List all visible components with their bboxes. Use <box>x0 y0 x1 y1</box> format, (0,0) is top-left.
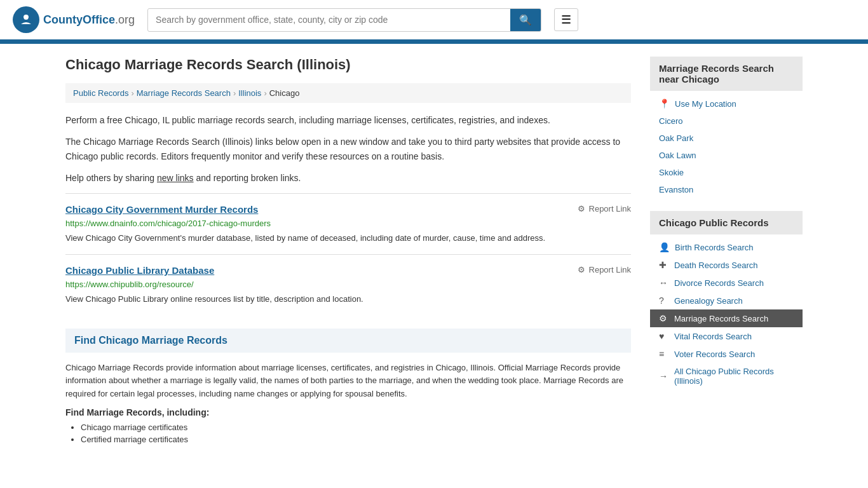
public-records-icon-5: ♥ <box>659 331 669 341</box>
find-list-item: Chicago marriage certificates <box>81 423 631 432</box>
nearby-use-location[interactable]: 📍Use My Location <box>650 95 803 112</box>
nearby-items: 📍Use My LocationCiceroOak ParkOak LawnSk… <box>650 95 803 198</box>
nearby-heading: Marriage Records Search near Chicago <box>650 57 803 91</box>
public-records-item[interactable]: ?Genealogy Search <box>650 292 803 309</box>
public-records-link-7[interactable]: All Chicago Public Records (Illinois) <box>674 367 794 386</box>
main-container: Chicago Marriage Records Search (Illinoi… <box>53 44 815 459</box>
link-card-desc-0: View Chicago City Government's murder da… <box>65 232 631 245</box>
breadcrumb-illinois[interactable]: Illinois <box>238 88 261 98</box>
public-records-icon-7: → <box>659 371 669 381</box>
public-records-item[interactable]: ✚Death Records Search <box>650 256 803 274</box>
public-records-link-0[interactable]: Birth Records Search <box>675 243 754 252</box>
nearby-link-evanston[interactable]: Evanston <box>659 185 693 194</box>
report-icon-0: ⚙ <box>578 204 585 214</box>
public-records-link-3[interactable]: Genealogy Search <box>674 296 743 306</box>
svg-point-1 <box>24 15 29 20</box>
breadcrumb: Public Records › Marriage Records Search… <box>65 83 631 103</box>
intro-para1: Perform a free Chicago, IL public marria… <box>65 113 631 127</box>
link-card-desc-1: View Chicago Public Library online resou… <box>65 293 631 306</box>
logo-text: CountyOffice.org <box>43 13 135 27</box>
report-link-0[interactable]: ⚙ Report Link <box>578 204 631 214</box>
public-records-section: Chicago Public Records 👤Birth Records Se… <box>650 211 803 390</box>
search-input[interactable] <box>148 10 510 30</box>
public-records-item[interactable]: →All Chicago Public Records (Illinois) <box>650 363 803 390</box>
search-bar: 🔍 <box>147 8 541 32</box>
intro-para3: Help others by sharing new links and rep… <box>65 171 631 185</box>
use-location-link[interactable]: Use My Location <box>675 99 736 109</box>
find-list: Chicago marriage certificatesCertified m… <box>65 423 631 444</box>
content-area: Chicago Marriage Records Search (Illinoi… <box>65 57 631 447</box>
link-card: Chicago City Government Murder Records ⚙… <box>65 193 631 255</box>
header: CountyOffice.org 🔍 ☰ <box>0 0 868 41</box>
link-card-title-0[interactable]: Chicago City Government Murder Records <box>65 204 258 215</box>
public-records-link-1[interactable]: Death Records Search <box>674 261 758 270</box>
nearby-link-oak-lawn[interactable]: Oak Lawn <box>659 151 696 160</box>
svg-point-3 <box>29 18 31 20</box>
nearby-link-skokie[interactable]: Skokie <box>659 168 684 177</box>
link-card-url-1: https://www.chipublib.org/resource/ <box>65 280 631 289</box>
nearby-city-link[interactable]: Evanston <box>650 181 803 198</box>
public-records-icon-3: ? <box>659 295 669 306</box>
public-records-link-5[interactable]: Vital Records Search <box>674 332 752 341</box>
public-records-icon-2: ↔ <box>659 278 669 288</box>
public-records-items: 👤Birth Records Search✚Death Records Sear… <box>650 238 803 390</box>
sidebar: Marriage Records Search near Chicago 📍Us… <box>650 57 803 447</box>
new-links-link[interactable]: new links <box>157 173 194 183</box>
find-sub-title: Find Marriage Records, including: <box>65 407 631 417</box>
public-records-link-4[interactable]: Marriage Records Search <box>674 314 768 323</box>
location-pin-icon: 📍 <box>659 98 670 109</box>
public-records-item[interactable]: ♥Vital Records Search <box>650 327 803 345</box>
public-records-link-6[interactable]: Voter Records Search <box>674 349 755 359</box>
link-cards: Chicago City Government Murder Records ⚙… <box>65 193 631 316</box>
public-records-icon-4: ⚙ <box>659 313 669 323</box>
link-card-title-1[interactable]: Chicago Public Library Database <box>65 265 214 276</box>
logo-icon <box>13 6 39 33</box>
find-section-description: Chicago Marriage Records provide informa… <box>65 362 631 401</box>
nearby-city-link[interactable]: Oak Park <box>650 130 803 147</box>
link-card: Chicago Public Library Database ⚙ Report… <box>65 254 631 316</box>
nearby-link-oak-park[interactable]: Oak Park <box>659 133 693 143</box>
public-records-link-2[interactable]: Divorce Records Search <box>674 278 764 288</box>
page-title: Chicago Marriage Records Search (Illinoi… <box>65 57 631 73</box>
report-link-1[interactable]: ⚙ Report Link <box>578 265 631 274</box>
public-records-item[interactable]: ⚙Marriage Records Search <box>650 309 803 327</box>
svg-point-2 <box>22 18 24 20</box>
report-icon-1: ⚙ <box>578 265 585 274</box>
menu-button[interactable]: ☰ <box>554 8 578 31</box>
public-records-icon-1: ✚ <box>659 260 669 270</box>
nearby-city-link[interactable]: Skokie <box>650 164 803 181</box>
public-records-icon-6: ≡ <box>659 349 669 359</box>
public-records-item[interactable]: ↔Divorce Records Search <box>650 274 803 292</box>
nearby-city-link[interactable]: Oak Lawn <box>650 147 803 164</box>
public-records-heading: Chicago Public Records <box>650 211 803 234</box>
link-card-url-0: https://www.dnainfo.com/chicago/2017-chi… <box>65 219 631 228</box>
public-records-item[interactable]: ≡Voter Records Search <box>650 345 803 363</box>
find-section: Find Chicago Marriage Records <box>65 329 631 353</box>
breadcrumb-marriage-records-search[interactable]: Marriage Records Search <box>137 88 231 98</box>
nearby-link-cicero[interactable]: Cicero <box>659 116 683 126</box>
nearby-section: Marriage Records Search near Chicago 📍Us… <box>650 57 803 198</box>
breadcrumb-public-records[interactable]: Public Records <box>73 88 128 98</box>
find-section-title: Find Chicago Marriage Records <box>74 335 622 346</box>
public-records-icon-0: 👤 <box>659 242 670 252</box>
nearby-city-link[interactable]: Cicero <box>650 112 803 130</box>
find-list-item: Certified marriage certificates <box>81 435 631 444</box>
logo[interactable]: CountyOffice.org <box>13 6 135 33</box>
search-button[interactable]: 🔍 <box>510 9 541 31</box>
breadcrumb-chicago: Chicago <box>269 88 300 98</box>
public-records-item[interactable]: 👤Birth Records Search <box>650 238 803 256</box>
intro-para2: The Chicago Marriage Records Search (Ill… <box>65 135 631 163</box>
